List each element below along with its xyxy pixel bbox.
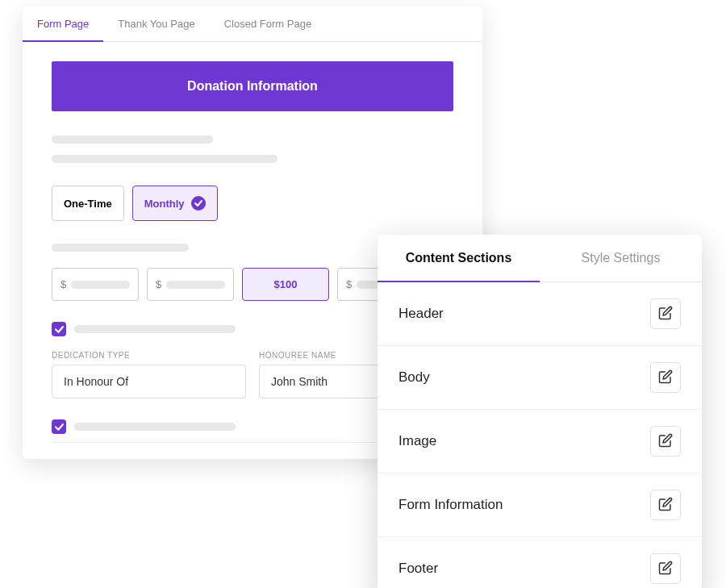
frequency-one-time[interactable]: One-Time bbox=[52, 186, 124, 221]
edit-icon bbox=[658, 306, 673, 323]
frequency-row: One-Time Monthly bbox=[52, 186, 453, 221]
edit-icon bbox=[658, 369, 673, 386]
dedication-type-input[interactable] bbox=[52, 365, 246, 398]
edit-body-button[interactable] bbox=[650, 362, 681, 393]
section-name: Image bbox=[398, 433, 436, 449]
tab-form-page[interactable]: Form Page bbox=[23, 6, 103, 41]
amount-option[interactable]: $ bbox=[52, 268, 139, 301]
placeholder-line bbox=[74, 423, 236, 431]
checkbox-checked-icon[interactable] bbox=[52, 419, 66, 434]
settings-tabs: Content Sections Style Settings bbox=[378, 235, 702, 282]
section-item-footer: Footer bbox=[378, 537, 702, 588]
section-name: Header bbox=[398, 306, 444, 322]
placeholder-pill bbox=[166, 281, 225, 289]
section-name: Footer bbox=[398, 561, 438, 577]
tab-closed-form[interactable]: Closed Form Page bbox=[210, 6, 326, 41]
edit-icon bbox=[658, 433, 673, 450]
edit-image-button[interactable] bbox=[650, 426, 681, 457]
field-label: DEDICATION TYPE bbox=[52, 351, 246, 360]
frequency-label: One-Time bbox=[64, 198, 112, 210]
currency-symbol: $ bbox=[60, 278, 66, 290]
check-circle-icon bbox=[191, 196, 206, 211]
section-item-body: Body bbox=[378, 346, 702, 410]
amount-option-selected[interactable]: $100 bbox=[242, 268, 329, 301]
currency-symbol: $ bbox=[156, 278, 161, 290]
edit-footer-button[interactable] bbox=[650, 553, 681, 584]
field-dedication-type: DEDICATION TYPE bbox=[52, 351, 246, 398]
section-name: Body bbox=[398, 369, 430, 386]
edit-icon bbox=[658, 497, 673, 514]
frequency-monthly[interactable]: Monthly bbox=[132, 186, 218, 221]
page-tabs: Form Page Thank You Page Closed Form Pag… bbox=[23, 6, 482, 42]
tab-content-sections[interactable]: Content Sections bbox=[378, 235, 540, 281]
currency-symbol: $ bbox=[346, 278, 352, 290]
amount-option[interactable]: $ bbox=[147, 268, 234, 301]
placeholder-line bbox=[52, 244, 189, 252]
checkbox-checked-icon[interactable] bbox=[52, 322, 66, 336]
edit-icon bbox=[658, 561, 673, 578]
amount-value: $100 bbox=[274, 278, 298, 290]
section-name: Form Information bbox=[398, 497, 503, 513]
placeholder-line bbox=[74, 325, 236, 333]
placeholder-pill bbox=[71, 281, 130, 289]
edit-header-button[interactable] bbox=[650, 298, 681, 329]
section-item-form-information: Form Information bbox=[378, 473, 702, 537]
section-item-header: Header bbox=[378, 282, 702, 346]
section-item-image: Image bbox=[378, 410, 702, 473]
settings-panel: Content Sections Style Settings Header B… bbox=[378, 235, 702, 588]
section-banner: Donation Information bbox=[52, 61, 453, 111]
frequency-label: Monthly bbox=[144, 198, 185, 210]
placeholder-line bbox=[52, 136, 213, 144]
placeholder-line bbox=[52, 155, 277, 163]
tab-thank-you[interactable]: Thank You Page bbox=[103, 6, 209, 41]
edit-form-information-button[interactable] bbox=[650, 490, 681, 520]
tab-style-settings[interactable]: Style Settings bbox=[540, 235, 702, 281]
